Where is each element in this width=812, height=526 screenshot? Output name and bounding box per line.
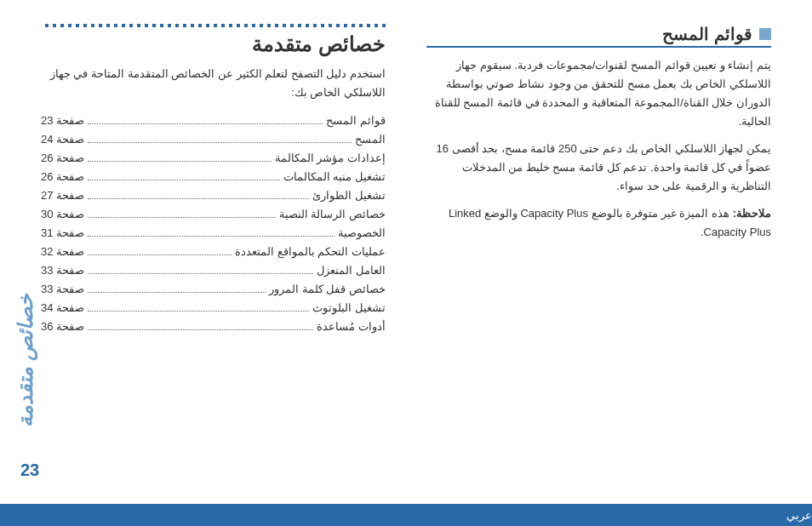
note-text: هذه الميزة غير متوفرة بالوضع Capacity Pl…	[449, 207, 771, 238]
toc-label: المسح	[355, 133, 386, 146]
toc-leader-dots	[88, 142, 352, 143]
toc-row: أدوات مُساعدةصفحة 36	[41, 320, 386, 333]
dotted-separator	[41, 24, 386, 27]
note-label: ملاحظة:	[733, 207, 771, 220]
right-column: خصائص متقدمة استخدم دليل التصفح لتعلم ال…	[41, 24, 386, 339]
toc-label: خصائص قفل كلمة المرور	[269, 283, 386, 295]
footer-language: عربي	[786, 509, 812, 522]
toc-leader-dots	[88, 254, 232, 255]
section-bullet-icon	[759, 28, 771, 40]
toc-row: خصائص الرسالة النصيةصفحة 30	[41, 208, 386, 220]
intro-text: استخدم دليل التصفح لتعلم الكثير عن الخصا…	[41, 65, 386, 102]
toc-leader-dots	[88, 292, 266, 293]
footer-bar: عربي	[0, 504, 812, 526]
toc-label: تشغيل البلوتوث	[312, 301, 386, 314]
toc-page-ref: صفحة 30	[41, 208, 84, 220]
toc-label: الخصوصية	[338, 226, 386, 239]
page-number: 23	[20, 460, 39, 480]
toc-leader-dots	[88, 161, 272, 162]
section-note: ملاحظة: هذه الميزة غير متوفرة بالوضع Cap…	[426, 204, 771, 242]
toc-page-ref: صفحة 33	[41, 283, 84, 295]
toc-leader-dots	[88, 180, 280, 180]
table-of-contents: قوائم المسحصفحة 23المسحصفحة 24إعدادات مؤ…	[41, 114, 386, 333]
toc-leader-dots	[88, 123, 323, 124]
main-title: خصائص متقدمة	[41, 32, 386, 56]
toc-row: المسحصفحة 24	[41, 133, 386, 146]
toc-page-ref: صفحة 34	[41, 301, 84, 314]
toc-leader-dots	[88, 217, 276, 218]
side-tab-title: خصائص متقدمة	[14, 294, 37, 427]
toc-page-ref: صفحة 33	[41, 264, 84, 277]
toc-row: عمليات التحكم بالمواقع المتعددةصفحة 32	[41, 245, 386, 258]
toc-row: تشغيل الطوارئصفحة 27	[41, 189, 386, 202]
toc-label: عمليات التحكم بالمواقع المتعددة	[235, 245, 386, 258]
toc-page-ref: صفحة 32	[41, 245, 84, 258]
toc-row: إعدادات مؤشر المكالمةصفحة 26	[41, 152, 386, 164]
toc-page-ref: صفحة 23	[41, 114, 84, 127]
toc-label: إعدادات مؤشر المكالمة	[275, 152, 386, 164]
toc-label: العامل المنعزل	[317, 264, 386, 277]
toc-page-ref: صفحة 31	[41, 226, 84, 239]
section-paragraph-1: يتم إنشاء و تعيين قوائم المسح لقنوات/مجم…	[426, 56, 771, 131]
section-title: قوائم المسح	[662, 24, 752, 44]
toc-page-ref: صفحة 36	[41, 320, 84, 333]
toc-label: قوائم المسح	[326, 114, 386, 127]
toc-label: خصائص الرسالة النصية	[279, 208, 386, 220]
toc-row: تشغيل منبه المكالماتصفحة 26	[41, 170, 386, 183]
toc-row: خصائص قفل كلمة المرورصفحة 33	[41, 283, 386, 295]
toc-label: أدوات مُساعدة	[317, 320, 386, 333]
left-column: قوائم المسح يتم إنشاء و تعيين قوائم المس…	[426, 24, 771, 339]
toc-leader-dots	[88, 329, 313, 330]
toc-label: تشغيل الطوارئ	[312, 189, 386, 202]
toc-row: تشغيل البلوتوثصفحة 34	[41, 301, 386, 314]
toc-page-ref: صفحة 26	[41, 170, 84, 183]
toc-row: الخصوصيةصفحة 31	[41, 226, 386, 239]
toc-page-ref: صفحة 26	[41, 152, 84, 164]
section-paragraph-2: يمكن لجهاز اللاسلكي الخاص بك دعم حتى 250…	[426, 140, 771, 196]
toc-page-ref: صفحة 27	[41, 189, 84, 202]
toc-leader-dots	[88, 198, 309, 199]
section-rule	[426, 46, 771, 48]
toc-label: تشغيل منبه المكالمات	[283, 170, 386, 183]
toc-leader-dots	[88, 273, 313, 274]
toc-row: العامل المنعزلصفحة 33	[41, 264, 386, 277]
toc-leader-dots	[88, 236, 335, 237]
toc-leader-dots	[88, 311, 309, 312]
toc-row: قوائم المسحصفحة 23	[41, 114, 386, 127]
toc-page-ref: صفحة 24	[41, 133, 84, 146]
